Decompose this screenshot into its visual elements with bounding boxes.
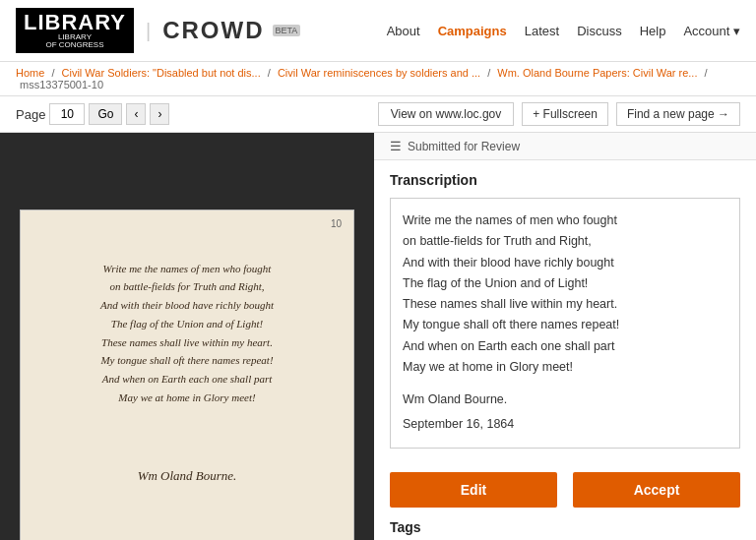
breadcrumb-crumb3[interactable]: Wm. Oland Bourne Papers: Civil War re... (497, 67, 697, 79)
right-panel: ☰ Submitted for Review Transcription Wri… (374, 133, 756, 540)
toolbar: Page Go ‹ › View on www.loc.gov + Fullsc… (0, 96, 756, 133)
transcription-stanza: Write me the names of men who fought on … (403, 210, 727, 378)
main-nav: About Campaigns Latest Discuss Help Acco… (387, 24, 740, 38)
header: LIBRARY LIBRARYOF CONGRESS | CROWD BETA … (0, 0, 756, 62)
nav-discuss[interactable]: Discuss (577, 24, 622, 38)
beta-badge: BETA (273, 25, 301, 36)
logo-area: LIBRARY LIBRARYOF CONGRESS | CROWD BETA (16, 8, 300, 53)
status-bar: ☰ Submitted for Review (374, 133, 756, 160)
action-buttons: Edit Accept (374, 460, 756, 519)
page-label: Page (16, 107, 45, 122)
manuscript-image: 10 Write me the names of men who fought … (20, 210, 354, 540)
manuscript-number: 10 (331, 218, 342, 229)
transcription-title: Transcription (390, 172, 740, 188)
transcription-area: Transcription Write me the names of men … (374, 160, 756, 460)
image-panel: 10 Write me the names of men who fought … (0, 133, 374, 540)
library-logo: LIBRARY LIBRARYOF CONGRESS (16, 8, 134, 53)
nav-account[interactable]: Account ▾ (683, 24, 740, 38)
transcription-signature: Wm Oland Bourne. (403, 390, 727, 410)
nav-latest[interactable]: Latest (525, 24, 559, 38)
go-button[interactable]: Go (89, 103, 122, 125)
manuscript-text: Write me the names of men who fought on … (44, 260, 330, 407)
manuscript-content: Write me the names of men who fought on … (21, 210, 353, 540)
tags-section: Tags ▲ ▼ Add Poem ✕ Wm Oland Bourne ✕ (374, 519, 756, 541)
transcription-date: September 16, 1864 (403, 414, 727, 435)
breadcrumb-home[interactable]: Home (16, 67, 44, 79)
nav-about[interactable]: About (387, 24, 420, 38)
prev-page-button[interactable]: ‹ (126, 103, 146, 125)
breadcrumb: Home / Civil War Soldiers: "Disabled but… (0, 62, 756, 96)
tags-label: Tags (390, 519, 740, 535)
toolbar-left: Page Go ‹ › (16, 103, 169, 125)
find-new-page-button[interactable]: Find a new page → (616, 102, 740, 126)
nav-help[interactable]: Help (640, 24, 666, 38)
breadcrumb-crumb4: mss13375001-10 (20, 79, 103, 90)
status-text: Submitted for Review (408, 140, 520, 153)
fullscreen-button[interactable]: + Fullscreen (522, 102, 608, 126)
breadcrumb-crumb2[interactable]: Civil War reminiscences by soldiers and … (278, 67, 480, 79)
main-content: 10 Write me the names of men who fought … (0, 133, 756, 540)
accept-button[interactable]: Accept (573, 472, 740, 508)
status-icon: ☰ (390, 139, 402, 153)
crowd-text: CROWD (162, 17, 264, 44)
view-loc-button[interactable]: View on www.loc.gov (378, 102, 515, 126)
breadcrumb-crumb1[interactable]: Civil War Soldiers: "Disabled but not di… (62, 67, 261, 79)
page-input[interactable] (49, 103, 85, 125)
next-page-button[interactable]: › (150, 103, 169, 125)
nav-campaigns[interactable]: Campaigns (438, 24, 507, 38)
logo-sub-text: LIBRARYOF CONGRESS (24, 33, 126, 49)
edit-button[interactable]: Edit (390, 472, 557, 508)
transcription-box: Write me the names of men who fought on … (390, 198, 740, 449)
logo-library-text: LIBRARY (24, 10, 126, 34)
manuscript-signature: Wm Oland Bourne. (44, 468, 330, 484)
